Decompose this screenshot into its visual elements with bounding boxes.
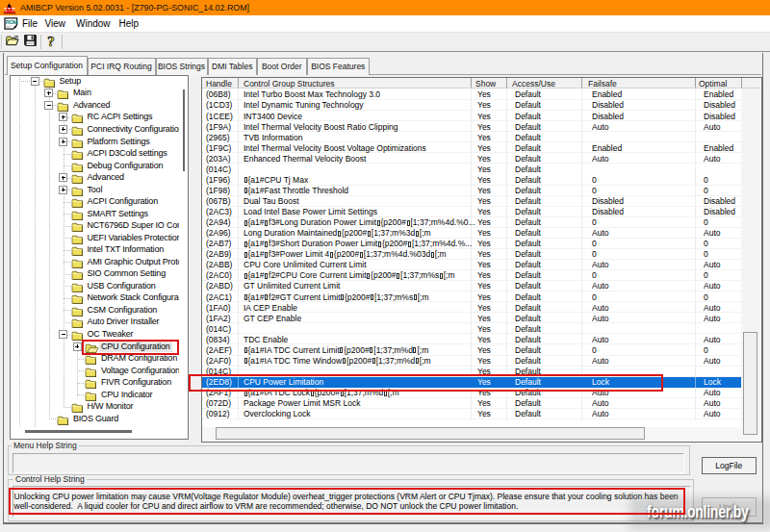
svg-text:?: ? <box>47 34 55 49</box>
svg-text:ROM: ROM <box>5 18 17 24</box>
